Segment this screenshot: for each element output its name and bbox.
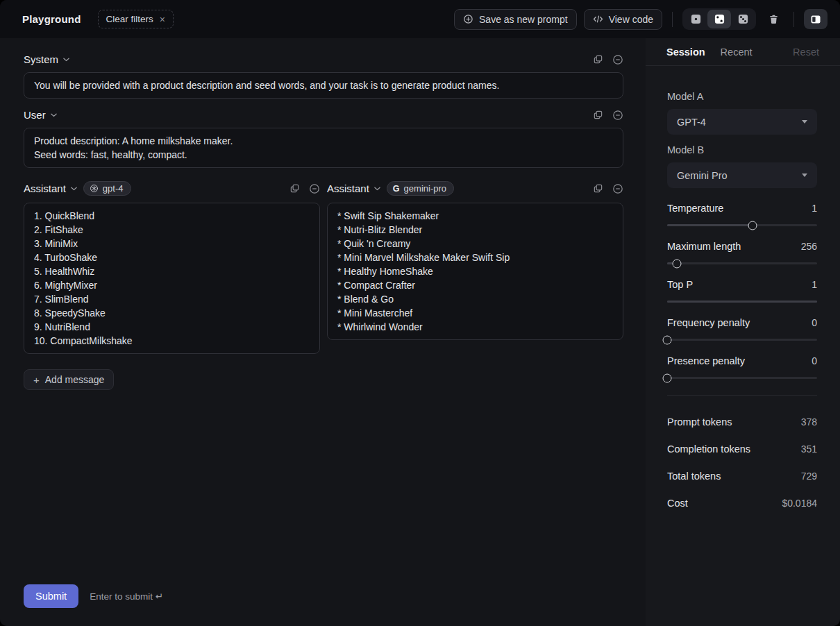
- user-role-selector[interactable]: User: [24, 109, 57, 121]
- save-button-label: Save as new prompt: [479, 14, 568, 25]
- view-code-label: View code: [609, 14, 653, 25]
- copy-icon: [593, 110, 603, 120]
- chevron-down-icon: [63, 58, 69, 62]
- minus-circle-icon: [612, 54, 623, 65]
- save-as-new-prompt-button[interactable]: Save as new prompt: [454, 9, 577, 30]
- slider-track[interactable]: [667, 301, 817, 303]
- minus-circle-icon: [612, 183, 623, 194]
- compare-three-models-button[interactable]: [731, 10, 755, 28]
- assistant-b-message[interactable]: * Swift Sip Shakemaker * Nutri-Blitz Ble…: [327, 203, 623, 340]
- usage-stats: Prompt tokens 378 Completion tokens 351 …: [646, 396, 840, 525]
- submit-button[interactable]: Submit: [24, 584, 78, 608]
- model-a-label: Model A: [667, 91, 817, 102]
- stat-value: 351: [801, 443, 817, 455]
- copy-icon: [593, 183, 603, 194]
- system-message-input[interactable]: You will be provided with a product desc…: [24, 72, 623, 99]
- slider-value: 1: [812, 279, 817, 290]
- copy-message-button[interactable]: [289, 183, 300, 194]
- temperature-slider: Temperature 1: [667, 203, 817, 226]
- assistant-b-role-selector[interactable]: Assistant: [327, 183, 380, 194]
- view-code-button[interactable]: View code: [584, 9, 662, 30]
- remove-message-button[interactable]: [612, 183, 623, 194]
- reset-button[interactable]: Reset: [793, 46, 819, 58]
- compare-mode-segmented-control: [682, 8, 756, 30]
- die-2-icon: [714, 13, 725, 25]
- stat-row: Total tokens 729: [667, 471, 817, 482]
- clear-filters-label: Clear filters: [106, 14, 153, 24]
- assistant-a-column: Assistant gpt-4: [24, 181, 320, 354]
- stat-label: Total tokens: [667, 471, 721, 482]
- stat-label: Cost: [667, 498, 688, 509]
- top-p-slider: Top P 1: [667, 279, 817, 303]
- role-label: Assistant: [327, 183, 369, 194]
- assistant-a-role-selector[interactable]: Assistant: [24, 183, 77, 194]
- user-message-input[interactable]: Product description: A home milkshake ma…: [24, 128, 623, 168]
- system-role-selector[interactable]: System: [24, 53, 69, 65]
- compare-one-model-button[interactable]: [684, 10, 707, 28]
- model-b-label: Model B: [667, 144, 817, 155]
- die-1-icon: [690, 13, 702, 25]
- minus-circle-icon: [612, 110, 623, 121]
- chevron-down-icon: [71, 187, 77, 191]
- trash-icon: [768, 14, 779, 24]
- copy-message-button[interactable]: [593, 183, 603, 194]
- tab-session[interactable]: Session: [666, 46, 705, 58]
- slider-thumb[interactable]: [673, 259, 682, 268]
- slider-value: 0: [812, 355, 817, 366]
- minus-circle-icon: [309, 183, 320, 194]
- model-a-select[interactable]: GPT-4: [667, 109, 817, 135]
- copy-message-button[interactable]: [593, 110, 603, 120]
- slider-value: 1: [812, 203, 817, 214]
- chevron-down-icon: [374, 187, 380, 191]
- slider-label: Frequency penalty: [667, 317, 750, 328]
- stat-label: Completion tokens: [667, 443, 750, 455]
- compare-two-models-button[interactable]: [707, 10, 731, 28]
- plus-circle-icon: [463, 14, 473, 24]
- slider-track[interactable]: [667, 224, 817, 226]
- slider-track[interactable]: [667, 339, 817, 341]
- slider-label: Top P: [667, 279, 693, 290]
- copy-message-button[interactable]: [593, 54, 603, 65]
- openai-icon: [90, 184, 99, 193]
- die-3-icon: [737, 13, 749, 25]
- slider-value: 0: [812, 317, 817, 328]
- model-b-select[interactable]: Gemini Pro: [667, 162, 817, 188]
- toolbar-divider: [672, 12, 673, 27]
- model-badge-gemini: G gemini-pro: [387, 181, 454, 196]
- slider-track[interactable]: [667, 377, 817, 379]
- slider-track[interactable]: [667, 262, 817, 264]
- remove-message-button[interactable]: [612, 110, 623, 121]
- model-a-value: GPT-4: [677, 117, 706, 128]
- settings-sidebar: Session Recent Reset Model A GPT-4 Model…: [646, 38, 840, 626]
- assistant-a-message[interactable]: 1. QuickBlend 2. FitShake 3. MiniMix 4. …: [24, 203, 320, 354]
- sidebar-tabs: Session Recent Reset: [646, 38, 840, 66]
- copy-icon: [593, 54, 603, 65]
- clear-filters-chip[interactable]: Clear filters ×: [98, 10, 174, 28]
- close-icon[interactable]: ×: [160, 15, 165, 24]
- slider-thumb[interactable]: [748, 221, 757, 230]
- model-badge-gpt4: gpt-4: [83, 181, 131, 196]
- remove-message-button[interactable]: [309, 183, 320, 194]
- role-label: System: [24, 53, 58, 65]
- remove-message-button[interactable]: [612, 54, 623, 65]
- plus-icon: +: [33, 375, 40, 385]
- delete-button[interactable]: [763, 10, 784, 29]
- add-message-label: Add message: [45, 374, 105, 385]
- role-label: Assistant: [24, 183, 66, 194]
- slider-label: Presence penalty: [667, 355, 745, 366]
- toggle-sidebar-button[interactable]: [804, 9, 828, 29]
- add-message-button[interactable]: + Add message: [24, 369, 114, 390]
- slider-value: 256: [801, 241, 817, 252]
- assistant-comparison-grid: Assistant gpt-4: [24, 181, 623, 354]
- tab-recent[interactable]: Recent: [721, 46, 753, 58]
- prompt-editor-area: System: [0, 38, 646, 626]
- slider-thumb[interactable]: [663, 373, 672, 382]
- stat-value: 378: [801, 416, 817, 428]
- sidebar-panel-icon: [810, 14, 821, 25]
- stat-row: Completion tokens 351: [667, 443, 817, 455]
- toolbar-divider: [793, 12, 794, 27]
- slider-thumb[interactable]: [663, 335, 672, 344]
- page-title: Playground: [22, 13, 81, 25]
- chevron-down-icon: [802, 120, 807, 124]
- slider-label: Maximum length: [667, 241, 741, 252]
